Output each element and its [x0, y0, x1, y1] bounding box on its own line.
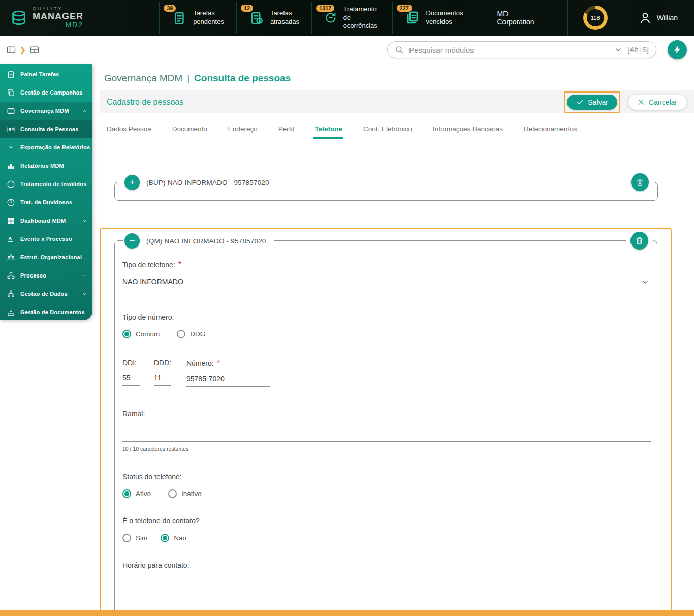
ddd-input[interactable]: 11 [154, 374, 171, 386]
horario-input[interactable] [122, 579, 206, 592]
radio-nao[interactable]: Não [161, 534, 186, 542]
tab-telefone[interactable]: Telefone [313, 119, 343, 139]
top-header: QUALITY MANAGER MD2 39 Tarefaspendentes … [0, 0, 694, 36]
tasks-late-icon [249, 18, 264, 27]
status-options: Ativo Inativo [122, 489, 651, 498]
user-avatar-icon [639, 11, 652, 24]
radio-sim[interactable]: Sim [122, 534, 147, 542]
field-label: Número: [186, 359, 214, 367]
download-icon [7, 143, 15, 152]
sidebar-item-label: Governança MDM [20, 108, 69, 114]
layout-grid-icon[interactable] [29, 45, 40, 55]
tipo-telefone-select[interactable]: NAO INFORMADO [122, 275, 651, 292]
tab-documento[interactable]: Documento [171, 119, 208, 139]
tab-relacionamentos[interactable]: Relacionamentos [523, 119, 578, 139]
save-button-highlight: Salvar [564, 91, 620, 113]
phone-panel-title: (BUP) NAO INFORMADO - 957857020 [146, 179, 269, 187]
stat-tarefas-pendentes[interactable]: 39 Tarefaspendentes [159, 2, 236, 34]
field-label: DDD: [154, 359, 171, 367]
field-numero: Número:* 95785-7020 [186, 359, 270, 387]
sidebar-item-exportacao-relatorios[interactable]: Exportação de Relatórios [0, 138, 92, 157]
secondary-toolbar: ❯ [Alt+S] [0, 36, 694, 64]
tab-cont-eletronico[interactable]: Cont. Eletrônico [362, 119, 413, 139]
close-icon [638, 99, 645, 106]
sidebar-item-label: Gestão de Campanhas [20, 89, 82, 96]
search-input[interactable] [409, 46, 609, 54]
gauge-ring: 118 [583, 6, 608, 30]
radio-ddg[interactable]: DDG [177, 330, 205, 338]
ddi-input[interactable]: 55 [122, 374, 140, 386]
tab-informacoes-bancarias[interactable]: Informações Bancárias [432, 119, 504, 139]
sidebar-item-gestao-documentos[interactable]: Gestão de Documentos [0, 303, 92, 321]
breadcrumb-module: Governança MDM [104, 73, 182, 84]
stat-tarefas-atrasadas[interactable]: 12 Tarefasatrasadas [236, 2, 311, 34]
sidebar-item-evento-processo[interactable]: A Evento x Processo [0, 230, 92, 248]
search-shortcut: [Alt+S] [627, 46, 649, 54]
sidebar-item-dashboard-mdm[interactable]: Dashboard MDM [0, 211, 92, 230]
sidebar-item-trat-duvidosos[interactable]: Trat. de Duvidosos [0, 193, 92, 211]
field-telefone-contato: É o telefone do contato? Sim Não [122, 516, 651, 542]
bar-chart-icon [7, 162, 15, 170]
cancel-button[interactable]: Cancelar [628, 94, 687, 110]
numero-input[interactable]: 95785-7020 [186, 375, 270, 387]
field-status-telefone: Status do telefone: Ativo Inativo [122, 472, 651, 498]
sidebar-nav: Painel Tarefas Gestão de Campanhas Gover… [0, 64, 92, 320]
radio-unselected-icon [177, 330, 185, 338]
chevron-down-icon[interactable] [614, 46, 622, 54]
sidebar-item-estrut-organizacional[interactable]: Estrut. Organizacional [0, 248, 92, 266]
sidebar-item-governanca-mdm[interactable]: Governança MDM [0, 102, 92, 120]
expand-button[interactable]: + [124, 175, 140, 190]
stat-label-line1: Documentos [426, 9, 463, 17]
sidebar-item-painel-tarefas[interactable]: Painel Tarefas [0, 65, 92, 83]
sidebar-item-gestao-dados[interactable]: Gestão de Dados [0, 285, 92, 303]
radio-comum[interactable]: Comum [122, 330, 160, 338]
sidebar-item-gestao-campanhas[interactable]: Gestão de Campanhas [0, 83, 92, 102]
field-tipo-telefone: Tipo de telefone:* NAO INFORMADO [122, 260, 651, 292]
radio-ativo[interactable]: Ativo [122, 489, 151, 498]
sidebar-item-label: Processo [20, 272, 46, 279]
stat-label-line1: Tarefas [270, 9, 292, 17]
field-label: DDI: [122, 359, 140, 367]
tab-endereco[interactable]: Endereço [227, 119, 259, 139]
save-button-label: Salvar [588, 98, 608, 106]
sidebar-item-relatorios-mdm[interactable]: Relatórios MDM [0, 157, 92, 175]
stat-documentos-vencidos[interactable]: 227 Documentosvencidos [392, 2, 476, 34]
list-panel-icon [7, 107, 15, 115]
logo-text-manager: MANAGER [33, 12, 83, 21]
delete-phone-button[interactable] [630, 232, 648, 250]
save-button[interactable]: Salvar [567, 95, 617, 110]
ramal-input[interactable] [122, 426, 651, 442]
delete-phone-button[interactable] [631, 173, 649, 191]
stat-label-line1: Tarefas [193, 9, 215, 17]
sidebar-item-consulta-pessoas[interactable]: Consulta de Pessoas [0, 120, 92, 138]
tab-perfil[interactable]: Perfil [277, 119, 295, 139]
header-stats: 39 Tarefaspendentes 12 Tarefasatrasadas … [159, 2, 475, 34]
phone-panel-highlight: − (QM) NAO INFORMADO - 957857020 Tipo de… [100, 228, 672, 616]
phone-panel-title: (QM) NAO INFORMADO - 957857020 [146, 237, 266, 245]
field-ddi: DDI: 55 [122, 359, 140, 387]
sidebar-item-tratamento-invalidos[interactable]: Tratamento de Inválidos [0, 175, 92, 193]
clipboard-icon [7, 70, 15, 79]
sidebar-item-processo[interactable]: Processo [0, 266, 92, 285]
field-label: Ramal: [122, 410, 145, 418]
data-tree-icon [7, 290, 15, 298]
quick-action-button[interactable] [668, 40, 687, 59]
lightning-icon [673, 45, 682, 54]
field-label: Status do telefone: [122, 473, 182, 481]
collapse-sidebar-icon[interactable] [6, 45, 16, 55]
question-circle-icon [7, 198, 15, 207]
radio-selected-icon [161, 534, 169, 542]
stat-label-line2: atrasadas [270, 18, 299, 25]
module-search[interactable]: [Alt+S] [387, 41, 656, 58]
user-menu[interactable]: Willian [623, 0, 685, 36]
tab-dados-pessoa[interactable]: Dados Pessoa [106, 119, 152, 139]
radio-inativo[interactable]: Inativo [168, 489, 202, 498]
radio-label: Comum [136, 330, 160, 338]
header-gauge[interactable]: 118 [567, 0, 623, 36]
sidebar-item-label: Gestão de Documentos [20, 309, 85, 315]
badge-count: 39 [164, 5, 176, 12]
form-tabs: Dados Pessoa Documento Endereço Perfil T… [100, 119, 694, 139]
collapse-button[interactable]: − [124, 233, 140, 249]
stat-tratamento-ocorrencias[interactable]: 1317 Tratamento deocorrências [311, 2, 392, 34]
user-name: Willian [657, 14, 678, 22]
